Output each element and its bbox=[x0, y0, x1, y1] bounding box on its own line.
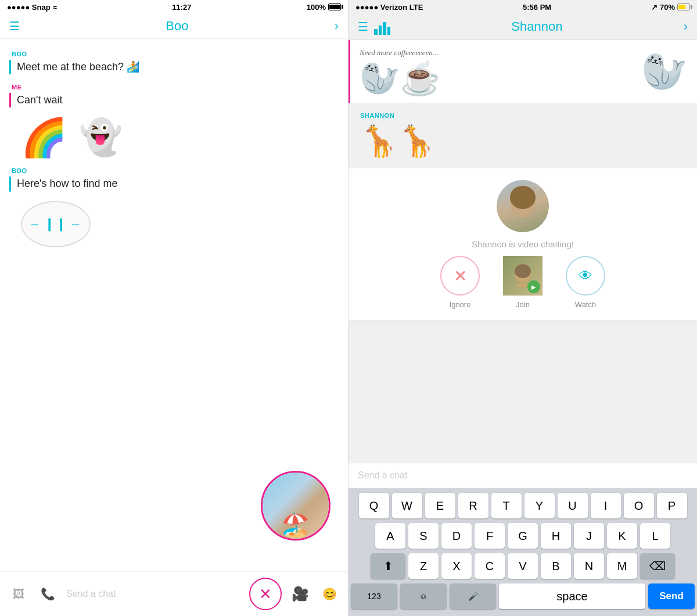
watch-action[interactable]: 👁 Watch bbox=[566, 256, 605, 309]
battery-icon bbox=[328, 3, 341, 10]
numbers-key[interactable]: 123 bbox=[351, 583, 397, 609]
camera-button[interactable]: 🎥 bbox=[290, 583, 311, 604]
watch-circle[interactable]: 👁 bbox=[566, 256, 605, 296]
sender-label-boo-2: BOO bbox=[0, 163, 348, 175]
join-action[interactable]: ▶ Join bbox=[503, 256, 542, 309]
video-call-avatar: 🏖️ bbox=[261, 471, 336, 546]
key-k[interactable]: K bbox=[607, 523, 637, 549]
video-actions: ✕ Ignore bbox=[440, 256, 605, 309]
key-w[interactable]: W bbox=[392, 493, 422, 518]
key-d[interactable]: D bbox=[441, 523, 472, 549]
key-g[interactable]: G bbox=[508, 523, 538, 549]
ghost-sticker: 👻 bbox=[79, 117, 123, 158]
emoji-key[interactable]: ☺ bbox=[400, 583, 447, 609]
ignore-label: Ignore bbox=[450, 300, 471, 309]
right-carrier: ●●●●● Verizon LTE bbox=[355, 3, 423, 12]
key-b[interactable]: B bbox=[541, 553, 571, 579]
key-p[interactable]: P bbox=[657, 493, 687, 518]
image-button[interactable]: 🖼 bbox=[8, 583, 29, 604]
video-badge: ▶ bbox=[527, 280, 540, 293]
chart-icon[interactable] bbox=[374, 19, 390, 35]
key-e[interactable]: E bbox=[425, 493, 455, 518]
msg-text-boo-1: Meet me at the beach? 🏄 bbox=[17, 60, 139, 74]
wifi-icon: ≈ bbox=[53, 3, 57, 12]
message-bubble-me-1: Can't wait bbox=[0, 92, 348, 112]
right-menu-icon[interactable]: ☰ bbox=[358, 20, 368, 34]
right-chat-input-field[interactable]: Send a chat bbox=[358, 470, 407, 480]
right-messages: Need more coffeeeeeeen... 🦭☕ 🦭 SHANNON 🦒… bbox=[348, 40, 697, 463]
ignore-x-icon: ✕ bbox=[454, 266, 467, 286]
audio-message[interactable]: – ❙❙ – bbox=[21, 201, 91, 247]
right-chat-input-bar[interactable]: Send a chat bbox=[348, 463, 697, 488]
emoji-button[interactable]: 😊 bbox=[319, 583, 340, 604]
key-f[interactable]: F bbox=[475, 523, 505, 549]
audio-waveform-icon: – ❙❙ – bbox=[31, 217, 81, 232]
left-chat-header: ☰ Boo › bbox=[0, 14, 348, 39]
header-left: ☰ bbox=[358, 19, 390, 35]
key-i[interactable]: I bbox=[591, 493, 621, 518]
key-j[interactable]: J bbox=[574, 523, 604, 549]
video-camera-icon: ▶ bbox=[531, 284, 536, 290]
key-h[interactable]: H bbox=[541, 523, 571, 549]
key-x[interactable]: X bbox=[441, 553, 472, 579]
left-status-bar: ●●●●● Snap ≈ 11:27 100% bbox=[0, 0, 348, 14]
message-bubble-boo-1: Meet me at the beach? 🏄 bbox=[0, 59, 348, 79]
join-circle[interactable]: ▶ bbox=[503, 256, 542, 296]
key-m[interactable]: M bbox=[607, 553, 637, 579]
key-r[interactable]: R bbox=[458, 493, 488, 518]
giraffe-sticker: 🦒🦒 bbox=[360, 124, 436, 159]
right-status-bar: ●●●●● Verizon LTE 5:56 PM ↗ 70% bbox=[348, 0, 697, 14]
right-battery-pct: 70% bbox=[660, 3, 675, 12]
shannon-face-svg bbox=[497, 180, 549, 232]
keyboard: Q W E R T Y U I O P A S D F G H J K L ⬆ … bbox=[348, 488, 697, 616]
key-o[interactable]: O bbox=[624, 493, 654, 518]
right-chat-header: ☰ Shannon › bbox=[348, 14, 697, 40]
msg-text-me-1: Can't wait bbox=[17, 93, 62, 107]
ignore-action[interactable]: ✕ Ignore bbox=[440, 256, 480, 309]
watch-label: Watch bbox=[575, 300, 596, 309]
chevron-right-icon[interactable]: › bbox=[335, 19, 339, 34]
battery-icon-yellow bbox=[677, 3, 690, 10]
ignore-circle[interactable]: ✕ bbox=[440, 256, 480, 296]
sender-label-boo: BOO bbox=[0, 46, 348, 59]
shannon-avatar bbox=[497, 180, 549, 232]
left-time: 11:27 bbox=[172, 3, 191, 12]
keyboard-row-3: ⬆ Z X C V B N M ⌫ bbox=[351, 553, 695, 579]
location-icon: ↗ bbox=[651, 3, 658, 12]
stickers-row: 🌈 👻 bbox=[0, 112, 348, 163]
left-carrier: ●●●●● Snap ≈ bbox=[7, 3, 57, 12]
key-a[interactable]: A bbox=[375, 523, 405, 549]
key-y[interactable]: Y bbox=[524, 493, 555, 518]
coffee-walrus-sticker: 🦭☕ bbox=[360, 62, 634, 95]
delete-key[interactable]: ⌫ bbox=[640, 553, 675, 579]
shift-key[interactable]: ⬆ bbox=[371, 553, 405, 579]
space-key[interactable]: space bbox=[499, 583, 645, 609]
phone-button[interactable]: 📞 bbox=[37, 583, 58, 604]
mic-key[interactable]: 🎤 bbox=[450, 583, 496, 609]
left-chat-input[interactable]: Send a chat bbox=[66, 589, 241, 599]
key-s[interactable]: S bbox=[408, 523, 439, 549]
video-chat-card: Shannon is video chatting! ✕ Ignore bbox=[348, 168, 697, 320]
key-n[interactable]: N bbox=[574, 553, 604, 579]
key-l[interactable]: L bbox=[640, 523, 670, 549]
msg-bar-me bbox=[9, 93, 11, 107]
key-c[interactable]: C bbox=[475, 553, 505, 579]
key-u[interactable]: U bbox=[558, 493, 588, 518]
key-v[interactable]: V bbox=[508, 553, 538, 579]
shannon-avatar-img bbox=[497, 180, 549, 232]
self-video-avatar: 🏖️ bbox=[261, 471, 330, 541]
key-z[interactable]: Z bbox=[408, 553, 439, 579]
key-q[interactable]: Q bbox=[359, 493, 389, 518]
right-battery-section: ↗ 70% bbox=[651, 3, 690, 12]
send-key[interactable]: Send bbox=[648, 583, 695, 609]
end-call-button[interactable]: ✕ bbox=[249, 578, 282, 610]
menu-icon[interactable]: ☰ bbox=[9, 19, 20, 33]
right-chevron-icon[interactable]: › bbox=[684, 19, 688, 34]
keyboard-row-1: Q W E R T Y U I O P bbox=[351, 493, 695, 518]
key-t[interactable]: T bbox=[491, 493, 522, 518]
coffee-sticker-section: Need more coffeeeeeeen... 🦭☕ 🦭 bbox=[348, 40, 697, 103]
chat-title-boo: Boo bbox=[166, 19, 188, 34]
walrus-sticker-right: 🦭 bbox=[641, 48, 688, 95]
keyboard-row-2: A S D F G H J K L bbox=[351, 523, 695, 549]
signal-dots: ●●●●● Snap bbox=[7, 3, 51, 12]
